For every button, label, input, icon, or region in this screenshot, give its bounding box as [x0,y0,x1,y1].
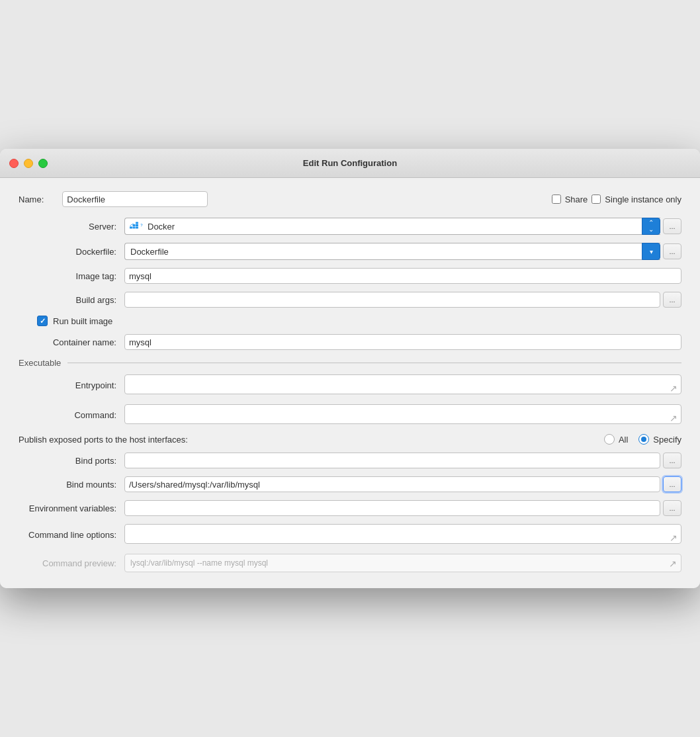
cmd-line-expand-icon[interactable]: ↗ [670,533,678,543]
server-dropdown-btn[interactable]: ⌃⌄ [642,218,660,235]
command-preview-label: Command preview: [19,558,124,568]
window-title: Edit Run Configuration [303,158,397,168]
single-instance-checkbox[interactable] [591,195,601,204]
share-checkbox[interactable] [552,195,561,204]
share-label[interactable]: Share [565,195,588,204]
chevron-down-icon: ▾ [650,248,653,255]
bind-mounts-container: ... [124,476,681,492]
cmd-line-options-label: Command line options: [19,530,124,540]
bind-ports-more-button[interactable]: ... [663,453,681,468]
radio-all-label: All [619,435,628,445]
docker-icon [130,221,143,232]
share-group: Share Single instance only [552,195,681,204]
run-built-image-checkbox[interactable]: ✓ [37,316,48,326]
server-dropdown-wrapper: Docker ⌃⌄ [124,218,660,235]
radio-specify-button[interactable] [638,434,649,445]
cmd-line-options-row: Command line options: ↗ [19,524,681,546]
executable-section-header: Executable [19,358,681,368]
server-row: Server: [19,218,681,235]
server-dropdown-container: Docker ⌃⌄ ... [124,218,681,235]
radio-group: All Specify [604,434,681,445]
entrypoint-expand-icon[interactable]: ↗ [670,383,678,394]
command-wrapper: ↗ [124,404,681,426]
publish-ports-row: Publish exposed ports to the host interf… [19,434,681,445]
svg-rect-1 [133,227,136,229]
env-vars-input[interactable] [124,500,660,516]
image-tag-input[interactable] [124,268,681,284]
command-input[interactable] [124,404,681,424]
executable-label: Executable [19,358,67,368]
command-preview-expand-icon[interactable]: ↗ [669,558,677,569]
window: Edit Run Configuration Name: Share Singl… [0,149,700,588]
build-args-row: Build args: ... [19,292,681,308]
image-tag-row: Image tag: [19,268,681,284]
radio-all-option: All [604,434,628,445]
container-name-input[interactable] [124,334,681,350]
traffic-lights [9,159,48,168]
run-built-image-row: ✓ Run built image [19,316,681,326]
svg-rect-0 [130,227,132,229]
command-preview-text: lysql:/var/lib/mysql --name mysql mysql [130,558,268,568]
bind-ports-container: ... [124,453,681,468]
bind-ports-input[interactable] [124,453,660,468]
name-row: Name: Share Single instance only [19,191,681,207]
command-row: Command: ↗ [19,404,681,426]
run-built-image-label: Run built image [53,316,112,326]
container-name-label: Container name: [19,337,124,347]
build-args-container: ... [124,292,681,308]
build-args-more-button[interactable]: ... [663,292,681,308]
single-instance-label[interactable]: Single instance only [605,195,681,204]
bind-ports-label: Bind ports: [45,456,124,466]
env-vars-row: Environment variables: ... [19,500,681,516]
server-label: Server: [19,222,124,232]
svg-rect-4 [136,224,138,226]
section-divider [67,363,681,363]
chevron-updown-icon: ⌃⌄ [648,220,654,233]
server-select[interactable]: Docker [124,218,660,235]
env-vars-container: ... [124,500,681,516]
bind-mounts-row: Bind mounts: ... [19,476,681,492]
dockerfile-row: Dockerfile: Dockerfile ▾ ... [19,243,681,260]
publish-ports-label: Publish exposed ports to the host interf… [19,435,196,445]
entrypoint-input[interactable] [124,374,681,394]
name-label: Name: [19,195,49,204]
svg-rect-5 [136,222,138,224]
svg-rect-2 [136,227,138,229]
command-preview-row: Command preview: lysql:/var/lib/mysql --… [19,554,681,572]
maximize-button[interactable] [38,159,48,168]
build-args-input[interactable] [124,292,660,308]
bind-mounts-input[interactable] [124,476,660,492]
image-tag-label: Image tag: [19,271,124,281]
name-input[interactable] [62,191,208,207]
dockerfile-dropdown-container: Dockerfile ▾ ... [124,243,681,260]
env-vars-more-button[interactable]: ... [663,500,681,516]
dockerfile-dropdown-wrapper: Dockerfile ▾ [124,243,660,260]
svg-rect-3 [133,224,136,226]
dockerfile-dropdown-btn[interactable]: ▾ [642,243,660,260]
cmd-line-options-wrapper: ↗ [124,524,681,546]
radio-specify-option: Specify [638,434,681,445]
bind-mounts-more-button[interactable]: ... [663,476,681,492]
bind-mounts-label: Bind mounts: [45,480,124,490]
cmd-line-options-input[interactable] [124,524,681,544]
entrypoint-label: Entrypoint: [45,380,124,390]
content: Name: Share Single instance only Server: [0,178,700,588]
entrypoint-wrapper: ↗ [124,374,681,396]
bind-ports-row: Bind ports: ... [19,453,681,468]
dockerfile-more-button[interactable]: ... [663,243,681,259]
container-name-row: Container name: [19,334,681,350]
env-vars-label: Environment variables: [19,503,124,513]
minimize-button[interactable] [24,159,33,168]
build-args-label: Build args: [19,295,124,305]
command-preview-content: lysql:/var/lib/mysql --name mysql mysql … [124,554,681,572]
command-label: Command: [45,410,124,420]
dockerfile-select[interactable]: Dockerfile [124,243,660,260]
checkmark-icon: ✓ [40,317,46,325]
radio-specify-label: Specify [653,435,681,445]
command-expand-icon[interactable]: ↗ [670,413,678,423]
server-more-button[interactable]: ... [663,218,681,234]
radio-all-button[interactable] [604,434,615,445]
entrypoint-row: Entrypoint: ↗ [19,374,681,396]
close-button[interactable] [9,159,19,168]
titlebar: Edit Run Configuration [0,149,700,178]
